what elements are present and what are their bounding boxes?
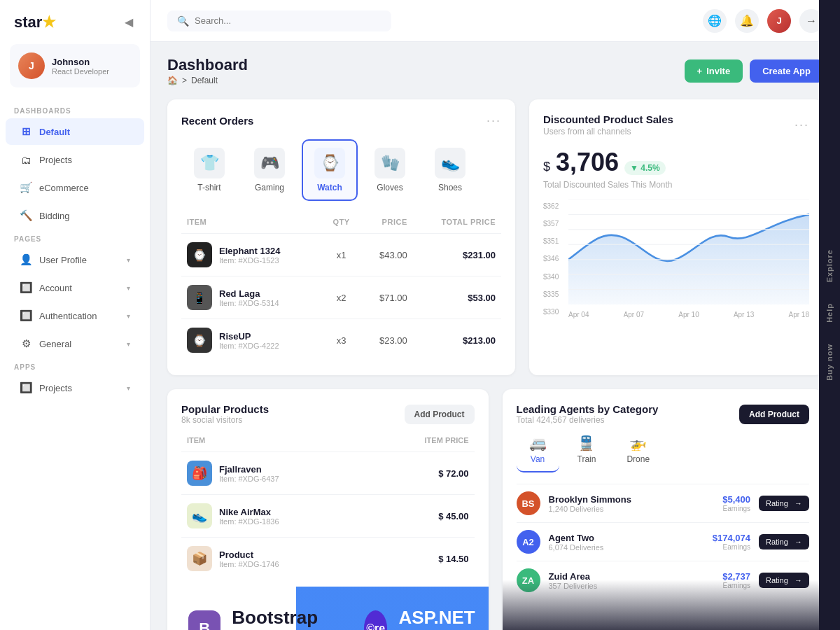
card-menu-icon[interactable]: ··· bbox=[486, 113, 501, 128]
aspnet-icon: ©re bbox=[364, 610, 388, 630]
leading-agents-card: Leading Agents by Category Total 424,567… bbox=[503, 389, 824, 630]
help-label[interactable]: Help bbox=[825, 303, 834, 323]
agent-earnings: $2,737 bbox=[694, 571, 750, 582]
sidebar-item-authentication[interactable]: 🔲 Authentication ▾ bbox=[6, 302, 144, 329]
agent-avatar: ZA bbox=[517, 568, 540, 592]
agent-earnings-label: Earnings bbox=[694, 505, 750, 512]
category-van[interactable]: 🚐 Van bbox=[517, 428, 559, 472]
sidebar-item-label: Projects bbox=[39, 383, 72, 393]
notification-icon[interactable]: 🔔 bbox=[735, 9, 759, 33]
sidebar-item-label: Authentication bbox=[39, 311, 97, 321]
chevron-down-icon: ▾ bbox=[127, 284, 130, 292]
item-id: Item: #XDG-1523 bbox=[219, 256, 280, 265]
category-shoes[interactable]: 👟 Shoes bbox=[422, 139, 478, 201]
user-avatar-icon[interactable]: J bbox=[767, 9, 791, 33]
agent-name: Agent Two bbox=[549, 533, 687, 543]
pages-section-label: PAGES bbox=[0, 230, 150, 246]
chart-y-labels: $362 $357 $351 $346 $340 $335 $330 bbox=[543, 200, 559, 318]
user-info: Johnson React Developer bbox=[52, 57, 109, 76]
rating-button[interactable]: Rating → bbox=[759, 496, 809, 511]
bootstrap-watermark: B Bootstrap 5 bbox=[167, 607, 343, 630]
col-price: ITEM PRICE bbox=[372, 433, 475, 452]
list-item: BS Brooklyn Simmons 1,240 Deliveries $5,… bbox=[517, 484, 810, 522]
breadcrumb-current: Default bbox=[191, 76, 218, 85]
rating-button[interactable]: Rating → bbox=[759, 534, 809, 550]
sidebar-item-ecommerce[interactable]: 🛒 eCommerce bbox=[6, 174, 144, 201]
sidebar-item-default[interactable]: ⊞ Default bbox=[6, 118, 144, 145]
sales-badge: ▼ 4.5% bbox=[624, 161, 666, 175]
product-id: Item: #XDG-1836 bbox=[219, 517, 279, 526]
category-gaming[interactable]: 🎮 Gaming bbox=[241, 139, 298, 201]
product-name: Product bbox=[219, 550, 279, 560]
sidebar-item-label: Bidding bbox=[39, 211, 69, 221]
leading-agents-subtitle: Total 424,567 deliveries bbox=[517, 415, 659, 425]
sidebar-item-label: User Profile bbox=[39, 255, 87, 265]
collapse-button[interactable]: ◀ bbox=[122, 13, 136, 31]
agent-categories: 🚐 Van 🚆 Train 🚁 Drone bbox=[517, 428, 810, 472]
products-table: ITEM ITEM PRICE 🎒 Fjallraven Item: #XDG-… bbox=[181, 433, 475, 580]
agent-earnings: $5,400 bbox=[694, 494, 750, 505]
item-name: RiseUP bbox=[219, 331, 279, 342]
rating-button[interactable]: Rating → bbox=[759, 573, 809, 588]
buy-now-label[interactable]: Buy now bbox=[825, 344, 834, 381]
product-price: $ 45.00 bbox=[372, 495, 475, 538]
bidding-icon: 🔨 bbox=[20, 209, 32, 222]
item-price: $71.00 bbox=[360, 276, 413, 319]
sidebar-item-bidding[interactable]: 🔨 Bidding bbox=[6, 202, 144, 229]
auth-icon: 🔲 bbox=[20, 309, 32, 322]
sales-number: 3,706 bbox=[556, 148, 619, 177]
agent-earnings: $174,074 bbox=[694, 533, 750, 543]
sidebar-item-account[interactable]: 🔲 Account ▾ bbox=[6, 274, 144, 301]
add-agent-button[interactable]: Add Product bbox=[739, 405, 809, 424]
item-name: Red Laga bbox=[219, 288, 279, 299]
aspnet-watermark: ©re ASP.NET Core 7 bbox=[343, 607, 489, 630]
explore-label[interactable]: Explore bbox=[825, 249, 834, 282]
product-id: Item: #XDG-1746 bbox=[219, 560, 279, 568]
shoes-icon: 👟 bbox=[435, 148, 465, 178]
item-qty: x3 bbox=[322, 319, 360, 362]
invite-button[interactable]: + Invite bbox=[685, 59, 743, 83]
sidebar: star★ ◀ J Johnson React Developer DASHBO… bbox=[0, 0, 150, 630]
product-name: Fjallraven bbox=[219, 464, 279, 475]
item-thumbnail: 📱 bbox=[187, 285, 212, 310]
recent-orders-card: Recent Orders ··· 👕 T-shirt 🎮 Gaming ⌚ W… bbox=[167, 99, 515, 375]
category-drone[interactable]: 🚁 Drone bbox=[614, 428, 662, 472]
category-gloves[interactable]: 🧤 Gloves bbox=[362, 139, 418, 201]
agent-earnings-label: Earnings bbox=[694, 543, 750, 551]
sales-description: Total Discounted Sales This Month bbox=[543, 180, 809, 190]
page-actions: + Invite Create App bbox=[685, 59, 823, 83]
page-content: Dashboard 🏠 > Default + Invite Create Ap… bbox=[150, 42, 840, 630]
product-thumbnail: 👟 bbox=[187, 503, 212, 528]
search-box[interactable]: 🔍 bbox=[167, 10, 391, 31]
dollar-sign: $ bbox=[543, 160, 550, 174]
category-label: Shoes bbox=[438, 183, 462, 192]
apps-section-label: APPS bbox=[0, 358, 150, 374]
list-item: 👟 Nike AirMax Item: #XDG-1836 $ 45.00 bbox=[181, 495, 475, 538]
product-id: Item: #XDG-6437 bbox=[219, 475, 279, 483]
list-item: 📦 Product Item: #XDG-1746 $ 14.50 bbox=[181, 538, 475, 580]
sidebar-item-projects-app[interactable]: 🔲 Projects ▾ bbox=[6, 374, 144, 401]
create-app-button[interactable]: Create App bbox=[750, 59, 823, 83]
add-product-button[interactable]: Add Product bbox=[405, 405, 475, 424]
col-item: ITEM bbox=[181, 433, 372, 452]
sidebar-item-projects[interactable]: 🗂 Projects bbox=[6, 146, 144, 173]
category-label: Gloves bbox=[377, 183, 402, 192]
user-profile-card[interactable]: J Johnson React Developer bbox=[10, 44, 140, 88]
sidebar-item-user-profile[interactable]: 👤 User Profile ▾ bbox=[6, 246, 144, 273]
watch-icon: ⌚ bbox=[314, 148, 345, 178]
account-icon: 🔲 bbox=[20, 281, 32, 294]
topbar: 🔍 🌐 🔔 J → bbox=[150, 0, 840, 42]
category-train[interactable]: 🚆 Train bbox=[565, 428, 609, 472]
category-tshirt[interactable]: 👕 T-shirt bbox=[181, 139, 237, 201]
globe-icon[interactable]: 🌐 bbox=[703, 9, 727, 33]
sidebar-item-label: eCommerce bbox=[39, 183, 89, 193]
popular-products-subtitle: 8k social visitors bbox=[181, 415, 269, 425]
category-watch[interactable]: ⌚ Watch bbox=[302, 139, 358, 201]
chevron-down-icon: ▾ bbox=[127, 312, 130, 320]
search-input[interactable] bbox=[195, 15, 382, 26]
sidebar-item-general[interactable]: ⚙ General ▾ bbox=[6, 330, 144, 357]
agent-name: Zuid Area bbox=[549, 571, 687, 582]
topbar-right: 🌐 🔔 J → bbox=[703, 9, 823, 33]
user-icon: 👤 bbox=[20, 253, 32, 266]
card-menu-icon[interactable]: ··· bbox=[794, 118, 809, 132]
